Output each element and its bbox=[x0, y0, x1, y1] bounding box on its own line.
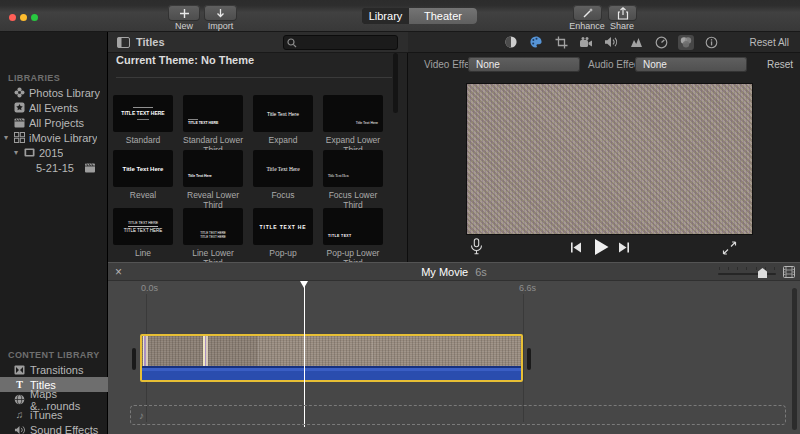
close-window-button[interactable] bbox=[9, 14, 16, 21]
share-button[interactable] bbox=[608, 5, 637, 21]
title-style-standard-lower-third[interactable]: TITLE TEXT HERE Standard Lower Third bbox=[183, 95, 243, 155]
title-style-line[interactable]: TITLE TEXT HERE TITLE TEXT HERE Line bbox=[113, 208, 173, 268]
clip-filmstrip bbox=[142, 336, 521, 366]
crop-icon[interactable] bbox=[553, 35, 569, 50]
title-thumbnail: Title Text Here bbox=[323, 95, 383, 132]
info-icon[interactable] bbox=[703, 35, 719, 50]
color-balance-icon[interactable] bbox=[503, 35, 519, 50]
sidebar: LIBRARIES Photos Library All Events All … bbox=[0, 32, 108, 434]
title-label: Reveal Lower Third bbox=[183, 190, 243, 210]
sidebar-item-label: 5-21-15 bbox=[36, 162, 74, 174]
import-button[interactable] bbox=[204, 5, 237, 21]
sidebar-item-transitions[interactable]: Transitions bbox=[0, 362, 108, 377]
title-style-reveal-lower-third[interactable]: Title Text Here Reveal Lower Third bbox=[183, 150, 243, 210]
noise-reduction-icon[interactable] bbox=[628, 35, 644, 50]
title-style-expand-lower-third[interactable]: Title Text Here Expand Lower Third bbox=[323, 95, 383, 155]
transitions-icon bbox=[14, 365, 25, 375]
imovie-window: New Import Library Theater Enhance Share… bbox=[0, 0, 800, 434]
color-palette-icon[interactable] bbox=[528, 35, 544, 50]
sidebar-item-all-events[interactable]: All Events bbox=[0, 100, 108, 115]
next-frame-button[interactable] bbox=[618, 242, 630, 253]
minimize-window-button[interactable] bbox=[20, 14, 27, 21]
timeline-header: × My Movie6s bbox=[108, 262, 800, 281]
ruler-label-end: 6.6s bbox=[519, 283, 536, 293]
speed-icon[interactable] bbox=[653, 35, 669, 50]
record-voiceover-button[interactable] bbox=[470, 238, 483, 255]
title-label: Standard bbox=[113, 135, 173, 145]
reset-button[interactable]: Reset bbox=[767, 59, 793, 70]
sidebar-item-5-21-15[interactable]: 5-21-15 bbox=[0, 160, 108, 175]
zoom-window-button[interactable] bbox=[31, 14, 38, 21]
title-label: Reveal bbox=[113, 190, 173, 200]
sidebar-item-label: iTunes bbox=[30, 409, 63, 421]
title-style-pop-up-lower-third[interactable]: TITLE TEXT Pop-up Lower Third bbox=[323, 208, 383, 268]
grid-icon bbox=[14, 132, 25, 143]
reset-all-button[interactable]: Reset All bbox=[750, 37, 789, 48]
sidebar-toggle-icon[interactable] bbox=[117, 37, 130, 48]
title-style-reveal[interactable]: Title Text Here Reveal bbox=[113, 150, 173, 210]
enhance-button[interactable] bbox=[573, 5, 602, 21]
clip-appearance-button[interactable] bbox=[783, 266, 795, 278]
microphone-icon bbox=[470, 238, 483, 255]
tab-theater[interactable]: Theater bbox=[409, 8, 477, 24]
audio-effect-button[interactable]: None bbox=[635, 57, 747, 72]
new-button[interactable] bbox=[168, 5, 200, 21]
stabilization-icon[interactable] bbox=[578, 35, 594, 50]
title-style-expand[interactable]: Title Text Here Expand bbox=[253, 95, 313, 155]
video-effect-button[interactable]: None bbox=[468, 57, 580, 72]
title-thumbnail: Title Text Here bbox=[323, 150, 383, 187]
sidebar-item-maps-backgrounds[interactable]: Maps &...rounds bbox=[0, 392, 108, 407]
title-thumbnail: Title Text Here bbox=[253, 150, 313, 187]
zoom-slider[interactable] bbox=[718, 273, 776, 275]
timeline-scrollbar[interactable] bbox=[792, 288, 797, 430]
ruler-label-start: 0.0s bbox=[141, 283, 158, 293]
title-thumbnail: TITLE TEXT bbox=[323, 208, 383, 245]
search-icon bbox=[287, 38, 297, 48]
sidebar-item-itunes[interactable]: ♫ iTunes bbox=[0, 407, 108, 422]
fullscreen-button[interactable] bbox=[722, 241, 737, 255]
panel-title: Titles bbox=[136, 36, 165, 48]
title-label: Line bbox=[113, 248, 173, 258]
playhead-handle[interactable] bbox=[300, 281, 308, 288]
title-thumbnail: Title Text Here bbox=[253, 95, 313, 132]
sidebar-item-2015[interactable]: ▾ 2015 bbox=[0, 145, 108, 160]
title-style-focus[interactable]: Title Text Here Focus bbox=[253, 150, 313, 210]
title-style-pop-up[interactable]: TITLE TEXT HE Pop-up bbox=[253, 208, 313, 268]
sidebar-item-label: Sound Effects bbox=[30, 424, 98, 434]
plus-icon bbox=[179, 8, 190, 19]
title-style-line-lower-third[interactable]: TITLE TEXT HERE TITLE TEXT HERE Line Low… bbox=[183, 208, 243, 268]
selected-video-clip[interactable] bbox=[140, 334, 523, 382]
disclosure-triangle-icon[interactable]: ▾ bbox=[12, 148, 20, 157]
speaker-icon bbox=[14, 425, 25, 434]
sidebar-item-sound-effects[interactable]: Sound Effects bbox=[0, 422, 108, 434]
effects-icon[interactable] bbox=[678, 35, 694, 50]
magic-wand-icon bbox=[582, 7, 594, 19]
effects-row: Video Effect: None Audio Effect: None Re… bbox=[408, 53, 800, 75]
viewer-panel: Reset All Video Effect: None Audio Effec… bbox=[408, 32, 800, 262]
background-music-well[interactable]: ♪ bbox=[130, 405, 786, 425]
tab-library[interactable]: Library bbox=[362, 8, 409, 24]
clip-trim-handle-left[interactable] bbox=[132, 348, 136, 370]
clip-trim-handle-right[interactable] bbox=[527, 348, 531, 370]
play-button[interactable] bbox=[593, 238, 610, 256]
clip-frame-edge bbox=[143, 336, 148, 366]
ruler-gridline bbox=[523, 294, 524, 422]
volume-icon[interactable] bbox=[603, 35, 619, 50]
main-toolbar: New Import Library Theater Enhance Share bbox=[0, 0, 800, 32]
content-library-header: CONTENT LIBRARY bbox=[8, 350, 100, 360]
window-controls bbox=[9, 14, 38, 21]
search-input[interactable] bbox=[283, 35, 398, 50]
title-style-focus-lower-third[interactable]: Title Text Here Focus Lower Third bbox=[323, 150, 383, 210]
titles-panel-scrollbar[interactable] bbox=[393, 53, 398, 113]
sidebar-item-imovie-library[interactable]: ▾ iMovie Library bbox=[0, 130, 108, 145]
previous-frame-button[interactable] bbox=[570, 242, 582, 253]
clip-frame-segment bbox=[142, 336, 259, 366]
title-thumbnail: Title Text Here bbox=[113, 150, 173, 187]
title-style-standard[interactable]: TITLE TEXT HERE Standard bbox=[113, 95, 173, 155]
clip-audio-waveform bbox=[142, 366, 521, 380]
sidebar-item-photos-library[interactable]: Photos Library bbox=[0, 85, 108, 100]
clip-frame-edge bbox=[203, 336, 208, 366]
title-label: Pop-up bbox=[253, 248, 313, 258]
disclosure-triangle-icon[interactable]: ▾ bbox=[2, 133, 10, 142]
sidebar-item-all-projects[interactable]: All Projects bbox=[0, 115, 108, 130]
